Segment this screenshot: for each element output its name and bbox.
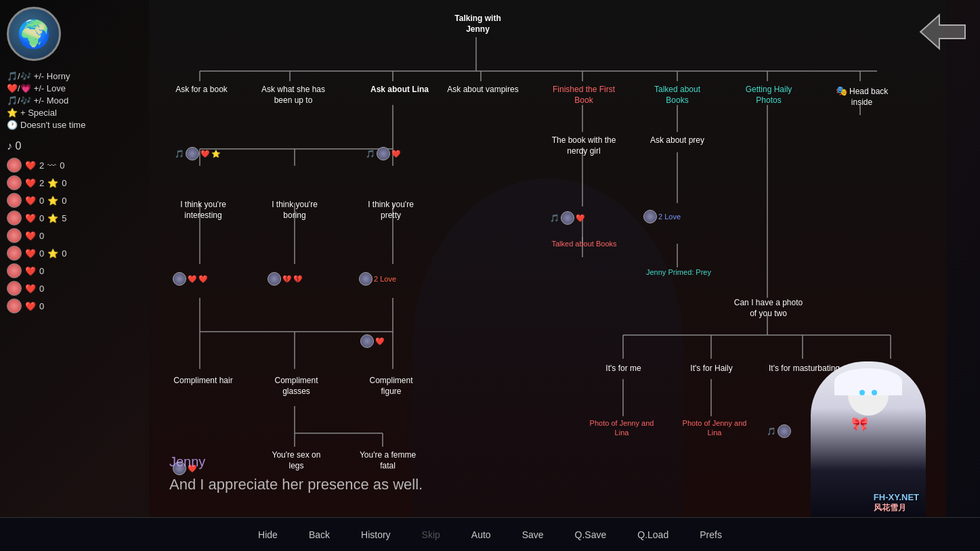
char-stat-row-6: ❤️ 0 ⭐ 0 xyxy=(7,246,156,261)
char-stat-row-8: ❤️ 0 xyxy=(7,281,156,296)
avatar-badge-interesting xyxy=(173,272,186,286)
character-stats: ❤️ 2 〰 0 ❤️ 2 ⭐ 0 ❤️ 0 ⭐ 0 ❤️ xyxy=(7,158,156,313)
no-time-legend: 🕐 Doesn't use time xyxy=(7,120,156,130)
heart-icon-8: ❤️ xyxy=(25,284,36,294)
char-avatar-2 xyxy=(7,175,22,190)
globe-icon[interactable]: 🌍 xyxy=(7,7,61,61)
pretty-badges: 2 Love xyxy=(359,272,396,286)
heart-icon-9: ❤️ xyxy=(25,301,36,311)
back-button[interactable]: Back xyxy=(303,526,335,544)
for-masturbating-node[interactable]: It's for masturbating xyxy=(765,363,843,374)
ask-lina-node[interactable]: Ask about Lina xyxy=(369,85,430,95)
heart-badge-2: ❤️ xyxy=(391,150,401,158)
pretty-love-badge: ❤️ xyxy=(360,334,385,348)
mood-legend: 🎵/🎶 +/- Mood xyxy=(7,95,156,106)
auto-button[interactable]: Auto xyxy=(466,526,496,544)
qload-button[interactable]: Q.Load xyxy=(632,526,674,544)
char-avatar-7 xyxy=(7,263,22,278)
char-stat-row-3: ❤️ 0 ⭐ 0 xyxy=(7,193,156,208)
give-smile-node[interactable]: Give me a smile xyxy=(859,418,923,429)
ask-book-badges: 🎵 ❤️ ⭐ xyxy=(175,147,221,160)
heart-icon-5: ❤️ xyxy=(25,231,36,241)
sex-on-legs-node[interactable]: You're sex on legs xyxy=(264,450,328,471)
love-icons: ❤️/💗 xyxy=(7,83,31,93)
ask-book-node[interactable]: Ask for a book xyxy=(173,85,230,95)
clock-icon: 🕐 xyxy=(7,120,18,130)
femme-fatal-node[interactable]: You're a femme fatal xyxy=(356,450,420,471)
save-button[interactable]: Save xyxy=(517,526,549,544)
ask-lina-badges: 🎵 ❤️ xyxy=(366,147,401,160)
avatar-badge-boring xyxy=(268,272,281,286)
heart-icon-2: ❤️ xyxy=(25,178,36,188)
compliment-glasses-node[interactable]: Compliment glasses xyxy=(264,376,328,397)
svg-marker-46 xyxy=(920,15,965,49)
char-stat-row-7: ❤️ 0 xyxy=(7,263,156,278)
mood-icons: 🎵/🎶 xyxy=(7,95,31,106)
char-avatar-6 xyxy=(7,246,22,261)
hair-badges: ❤️ xyxy=(173,462,197,475)
nerdy-girl-node: The book with the nerdy girl xyxy=(550,135,618,156)
avatar-badge-prey2 xyxy=(859,365,872,378)
compliment-hair-node[interactable]: Compliment hair xyxy=(173,376,234,387)
char-avatar-5 xyxy=(7,228,22,243)
photo-jenny-lina-2-node[interactable]: Photo of Jenny and Lina xyxy=(681,418,748,438)
avatar-badge-hair xyxy=(173,462,186,475)
horny-legend: 🎵/🎶 +/- Horny xyxy=(7,71,156,81)
photo-node[interactable]: Can I have a photo of you two xyxy=(733,298,804,319)
boring-node[interactable]: I think you're boring xyxy=(264,200,325,221)
star-icon-6: ⭐ xyxy=(47,248,58,259)
prey-link-badge[interactable]: Prey xyxy=(859,365,891,378)
for-me-node[interactable]: It's for me xyxy=(595,363,652,374)
avatar-badge-2 xyxy=(377,147,390,160)
char-stat-row-2: ❤️ 2 ⭐ 0 xyxy=(7,175,156,190)
ask-up-to-node[interactable]: Ask what she has been up to xyxy=(256,85,331,106)
prefs-button[interactable]: Prefs xyxy=(694,526,727,544)
star-icon-2: ⭐ xyxy=(47,178,58,188)
history-button[interactable]: History xyxy=(356,526,396,544)
getting-haily-node[interactable]: Getting Haily Photos xyxy=(735,85,803,106)
special-legend: ⭐ + Special xyxy=(7,108,156,118)
note-icon-2: 🎵 xyxy=(366,150,375,158)
char-stat-row-1: ❤️ 2 〰 0 xyxy=(7,158,156,173)
avatar-badge-prey xyxy=(643,210,657,223)
char-avatar-4 xyxy=(7,211,22,225)
avatar-badge-pretty2 xyxy=(360,334,374,348)
back-arrow-button[interactable] xyxy=(919,14,966,53)
interesting-badges: ❤️ ❤️ xyxy=(173,272,208,286)
ask-vampires-node[interactable]: Ask about vampires xyxy=(446,85,520,95)
boring-badges: 💔 💔 xyxy=(268,272,303,286)
avatar-badge-pretty xyxy=(359,272,372,286)
music-score: ♪ 0 xyxy=(7,140,156,152)
pretty-node[interactable]: I think you're pretty xyxy=(360,200,421,221)
star-icon: ⭐ xyxy=(7,108,18,118)
prey-love-badge: 2 Love xyxy=(643,210,681,223)
ask-prey-node[interactable]: Ask about prey xyxy=(643,135,711,146)
heart-icon-7: ❤️ xyxy=(25,266,36,276)
heart-badge-1: ❤️ xyxy=(200,150,210,158)
finished-book-node[interactable]: Finished the First Book xyxy=(550,85,618,106)
heart-icon-4: ❤️ xyxy=(25,213,36,223)
for-haily-node[interactable]: It's for Haily xyxy=(683,363,740,374)
head-back-node[interactable]: 🎭 Head back inside xyxy=(830,85,894,108)
jenny-primed-node: Jenny Primed: Prey xyxy=(638,267,719,277)
connector-lines xyxy=(169,0,939,514)
love-legend: ❤️/💗 +/- Love xyxy=(7,83,156,93)
avatar-badge-mast xyxy=(777,424,791,438)
root-node: Talking with Jenny xyxy=(446,14,510,35)
hide-button[interactable]: Hide xyxy=(253,526,283,544)
star-icon-3: ⭐ xyxy=(47,196,58,206)
skip-button[interactable]: Skip xyxy=(417,526,446,544)
left-sidebar: 🌍 🎵/🎶 +/- Horny ❤️/💗 +/- Love 🎵/🎶 +/- Mo… xyxy=(7,7,156,313)
qsave-button[interactable]: Q.Save xyxy=(570,526,612,544)
char-avatar-1 xyxy=(7,158,22,173)
bottom-toolbar: Hide Back History Skip Auto Save Q.Save … xyxy=(0,517,980,551)
main-content: 🌍 🎵/🎶 +/- Horny ❤️/💗 +/- Love 🎵/🎶 +/- Mo… xyxy=(0,0,980,551)
watermark: FH-XY.NET 风花雪月 xyxy=(874,492,919,514)
compliment-figure-node[interactable]: Compliment figure xyxy=(359,376,423,397)
talked-books-node[interactable]: Talked about Books xyxy=(643,85,711,106)
talked-books-link-node[interactable]: Talked about Books xyxy=(545,239,623,248)
horny-icons: 🎵/🎶 xyxy=(7,71,31,81)
photo-jenny-lina-1-node[interactable]: Photo of Jenny and Lina xyxy=(588,418,656,438)
heart-icon-3: ❤️ xyxy=(25,196,36,206)
interesting-node[interactable]: I think you're interesting xyxy=(173,200,234,221)
